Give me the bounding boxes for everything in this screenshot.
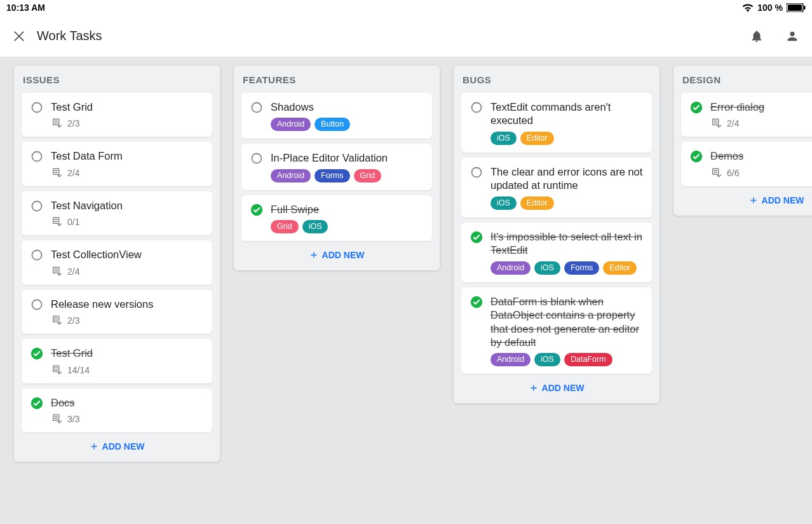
task-card[interactable]: In-Place Editor ValidationAndroidFormsGr… (241, 144, 432, 190)
subtask-icon (710, 167, 722, 179)
subtask-icon (51, 266, 62, 277)
check-circle-icon[interactable] (690, 101, 703, 114)
tag[interactable]: Android (491, 261, 531, 275)
add-new-label: ADD NEW (102, 441, 145, 452)
svg-point-4 (32, 152, 42, 162)
add-new-button[interactable]: ADD NEW (22, 438, 212, 454)
subtask-count-text: 2/4 (67, 266, 79, 277)
task-card[interactable]: Docs3/3 (22, 389, 212, 432)
tag-list: AndroidiOSFormsEditor (491, 261, 643, 275)
subtask-icon (51, 413, 62, 425)
subtask-count-text: 3/3 (67, 414, 79, 424)
tag[interactable]: iOS (491, 197, 517, 210)
task-card[interactable]: Test Grid2/3 (22, 93, 212, 137)
card-title: Test Grid (51, 347, 203, 360)
tag[interactable]: Grid (354, 169, 382, 183)
tag-list: iOSEditor (491, 197, 643, 210)
battery-icon (787, 3, 806, 12)
column-title: BUGS (463, 74, 652, 85)
tag[interactable]: Android (271, 169, 311, 183)
task-card[interactable]: ShadowsAndroidButton (241, 93, 432, 139)
tag[interactable]: Editor (520, 132, 554, 145)
card-title: Full Swipe (271, 203, 423, 216)
add-new-button[interactable]: ADD NEW (241, 246, 432, 263)
wifi-icon (742, 3, 754, 12)
close-icon[interactable] (13, 30, 25, 43)
tag-list: AndroidButton (271, 118, 423, 131)
circle-open-icon[interactable] (250, 152, 263, 165)
subtask-count-text: 0/1 (67, 217, 79, 227)
check-circle-icon[interactable] (30, 347, 43, 360)
subtask-count-text: 2/3 (67, 315, 79, 326)
task-card[interactable]: Error dialog2/4 (681, 93, 812, 137)
task-card[interactable]: Full SwipeGridiOS (241, 195, 432, 241)
subtask-icon (51, 315, 62, 326)
column: FEATURESShadowsAndroidButtonIn-Place Edi… (234, 66, 440, 270)
task-card[interactable]: Demos6/6 (681, 142, 812, 186)
kanban-board[interactable]: ISSUESTest Grid2/3Test Data Form2/4Test … (0, 57, 812, 524)
tag-list: GridiOS (271, 220, 423, 233)
task-card[interactable]: Test Navigation0/1 (22, 191, 212, 235)
check-circle-icon[interactable] (690, 150, 703, 163)
circle-open-icon[interactable] (30, 150, 43, 163)
tag[interactable]: iOS (491, 132, 517, 145)
tag[interactable]: Forms (564, 261, 599, 275)
subtask-count: 3/3 (51, 413, 203, 425)
subtask-count: 2/3 (51, 118, 203, 129)
svg-point-11 (252, 154, 262, 163)
column: DESIGNError dialog2/4Demos6/6ADD NEW (673, 66, 812, 216)
check-circle-icon[interactable] (30, 397, 43, 410)
tag[interactable]: Android (491, 353, 531, 366)
tag[interactable]: Editor (603, 261, 637, 275)
subtask-count-text: 14/14 (67, 365, 90, 375)
status-battery: 100 % (757, 3, 783, 13)
bell-icon[interactable] (750, 29, 764, 43)
tag[interactable]: iOS (534, 353, 560, 366)
subtask-count: 2/4 (51, 266, 203, 277)
tag[interactable]: iOS (534, 261, 560, 275)
circle-open-icon[interactable] (250, 101, 263, 114)
circle-open-icon[interactable] (30, 298, 43, 311)
circle-open-icon[interactable] (30, 249, 43, 261)
circle-open-icon[interactable] (470, 101, 483, 114)
task-card[interactable]: The clear and error icons are not update… (461, 158, 652, 217)
svg-point-13 (472, 103, 482, 113)
add-new-button[interactable]: ADD NEW (461, 379, 652, 396)
tag[interactable]: Editor (520, 197, 554, 210)
tag[interactable]: Forms (315, 169, 349, 183)
card-title: Demos (710, 149, 812, 163)
svg-point-3 (32, 103, 42, 113)
check-circle-icon[interactable] (250, 203, 263, 216)
subtask-icon (51, 167, 62, 179)
task-card[interactable]: Test Data Form2/4 (22, 142, 212, 186)
card-title: Docs (51, 396, 203, 410)
check-circle-icon[interactable] (470, 296, 483, 308)
status-bar: 10:13 AM 100 % (0, 0, 812, 15)
subtask-count: 6/6 (710, 167, 812, 179)
add-new-button[interactable]: ADD NEW (681, 191, 812, 208)
tag[interactable]: iOS (302, 220, 328, 233)
card-title: Test CollectionView (51, 248, 203, 261)
task-card[interactable]: Test CollectionView2/4 (22, 240, 212, 284)
circle-open-icon[interactable] (30, 200, 43, 212)
tag[interactable]: DataForm (564, 353, 612, 366)
task-card[interactable]: It's impossible to select all text in Te… (461, 223, 652, 282)
tag-list: iOSEditor (491, 132, 643, 145)
svg-point-14 (472, 167, 482, 177)
task-card[interactable]: Test Grid14/14 (22, 339, 212, 383)
circle-open-icon[interactable] (30, 101, 43, 114)
person-icon[interactable] (785, 29, 799, 43)
subtask-icon (51, 364, 62, 376)
tag[interactable]: Button (315, 118, 350, 131)
column-title: ISSUES (23, 74, 212, 85)
subtask-count: 2/4 (51, 167, 203, 179)
task-card[interactable]: Release new versions2/3 (22, 290, 212, 334)
tag[interactable]: Android (271, 118, 311, 131)
check-circle-icon[interactable] (470, 231, 483, 244)
add-new-label: ADD NEW (542, 383, 585, 393)
circle-open-icon[interactable] (470, 166, 483, 179)
tag[interactable]: Grid (271, 220, 299, 233)
card-title: Test Navigation (51, 199, 203, 212)
task-card[interactable]: DataForm is blank when DataObject contai… (461, 287, 652, 375)
task-card[interactable]: TextEdit commands aren't executediOSEdit… (461, 93, 652, 153)
